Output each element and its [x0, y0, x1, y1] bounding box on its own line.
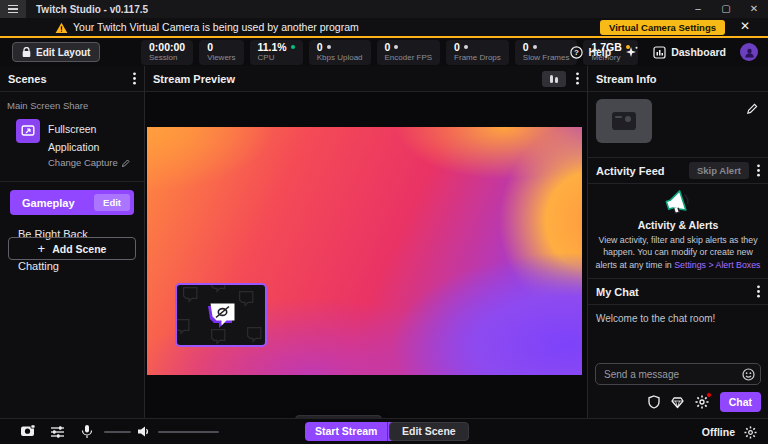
chat-input-wrap: [595, 363, 761, 385]
my-chat-title: My Chat: [596, 286, 639, 298]
stream-thumbnail[interactable]: [596, 99, 652, 143]
webcam-placeholder-overlay[interactable]: [175, 283, 267, 347]
speaker-volume-slider[interactable]: [158, 431, 219, 433]
banner-close-icon[interactable]: ✕: [740, 19, 750, 33]
status-dot-green: [291, 45, 295, 49]
edit-scene-chip[interactable]: Edit: [94, 194, 130, 211]
capture-title: Fullscreen Application: [48, 123, 99, 153]
chat-message-input[interactable]: [595, 363, 761, 385]
settings-alert-boxes-link[interactable]: Settings > Alert Boxes: [674, 260, 760, 270]
bottom-control-bar: Start Stream Edit Scene Offline: [0, 418, 768, 444]
sparkle-button[interactable]: [625, 45, 639, 59]
window-controls: – ▢ ✕: [684, 0, 768, 18]
virtual-camera-settings-button[interactable]: Virtual Camera Settings: [600, 20, 725, 35]
image-icon: [611, 111, 637, 131]
edit-stream-info-icon[interactable]: [747, 100, 758, 118]
skip-alert-button[interactable]: Skip Alert: [689, 162, 749, 179]
menu-icon[interactable]: [0, 0, 26, 18]
notification-badge: [706, 392, 712, 398]
divider: [0, 181, 144, 182]
mic-volume-slider[interactable]: [104, 431, 131, 433]
stat-encoder-fps: 0 Encoder FPS: [377, 40, 441, 65]
change-capture-link[interactable]: Change Capture: [48, 157, 136, 169]
lock-icon: [22, 47, 31, 58]
status-settings-gear-icon[interactable]: [744, 426, 757, 439]
scenes-header: Scenes: [0, 66, 144, 92]
stat-session: 0:00:00 Session: [141, 40, 193, 65]
my-chat-menu-icon[interactable]: [757, 285, 760, 298]
status-dot: [394, 45, 398, 49]
user-icon: [744, 47, 755, 58]
close-icon[interactable]: ✕: [740, 0, 768, 18]
stream-preview-image[interactable]: [147, 127, 582, 375]
chat-send-button[interactable]: Chat: [720, 392, 761, 412]
stat-slow-frames: 0 Slow Frames: [515, 40, 578, 65]
chat-settings-gear-icon[interactable]: [695, 395, 709, 409]
add-scene-button[interactable]: + Add Scene: [8, 237, 136, 260]
status-dot: [464, 45, 468, 49]
moderation-shield-icon[interactable]: [648, 395, 660, 409]
stream-preview-title: Stream Preview: [153, 73, 235, 85]
my-chat-header: My Chat: [588, 279, 768, 305]
scene-item-gameplay[interactable]: Gameplay Edit: [10, 190, 134, 215]
virtual-camera-warning-banner: Your Twitch Virtual Camera is being used…: [0, 18, 768, 38]
scenes-title: Scenes: [8, 73, 47, 85]
activity-feed-menu-icon[interactable]: [757, 164, 760, 177]
activity-feed-header: Activity Feed Skip Alert: [588, 158, 768, 184]
dashboard-icon: [653, 46, 666, 59]
screen-share-icon: [16, 119, 40, 143]
titlebar: Twitch Studio - v0.117.5 – ▢ ✕: [0, 0, 768, 18]
help-icon: ?: [570, 46, 583, 59]
camera-off-glitch-icon: [204, 300, 238, 331]
audio-levels-icon[interactable]: [542, 71, 566, 87]
activity-feed-title: Activity Feed: [596, 165, 664, 177]
status-dot: [533, 45, 537, 49]
stat-frame-drops: 0 Frame Drops: [446, 40, 509, 65]
status-dot: [327, 45, 331, 49]
window-title: Twitch Studio - v0.117.5: [36, 4, 148, 15]
preview-menu-icon[interactable]: [576, 72, 579, 85]
stream-stats: 0:00:00 Session 0 Viewers 11.1% CPU 0 Kb…: [141, 40, 638, 65]
warning-icon: [55, 22, 68, 34]
twitch-studio-window: Twitch Studio - v0.117.5 – ▢ ✕ Your Twit…: [0, 0, 768, 444]
maximize-icon[interactable]: ▢: [712, 0, 740, 18]
scene-group-label: Main Screen Share: [0, 92, 144, 117]
banner-message: Your Twitch Virtual Camera is being used…: [73, 21, 359, 33]
right-panel: Stream Info Activity Feed Skip Alert: [588, 66, 768, 418]
pencil-icon: [122, 159, 130, 167]
chat-actions: Chat: [648, 392, 761, 412]
stats-toolbar: Edit Layout 0:00:00 Session 0 Viewers 11…: [0, 38, 768, 66]
emote-picker-icon[interactable]: [742, 367, 755, 385]
stream-status: Offline: [702, 419, 757, 444]
microphone-icon[interactable]: [81, 424, 93, 443]
stream-preview-header: Stream Preview: [145, 66, 587, 92]
stream-info-header: Stream Info: [588, 66, 768, 92]
plus-icon: +: [38, 242, 46, 255]
camera-toggle-icon[interactable]: [20, 424, 36, 442]
megaphone-icon: [663, 189, 693, 216]
stream-info-body: [588, 92, 768, 158]
main-area: Scenes Main Screen Share Fullscreen Appl…: [0, 66, 768, 418]
bits-gem-icon[interactable]: [671, 396, 684, 409]
minimize-icon[interactable]: –: [684, 0, 712, 18]
capture-source-row[interactable]: Fullscreen Application Change Capture: [0, 117, 144, 181]
chat-body: Welcome to the chat room!: [588, 305, 768, 418]
edit-layout-button[interactable]: Edit Layout: [12, 42, 100, 62]
mixer-icon[interactable]: [50, 424, 65, 442]
svg-text:?: ?: [574, 48, 579, 57]
scenes-menu-icon[interactable]: [133, 72, 136, 85]
avatar[interactable]: [740, 43, 758, 61]
offline-status-label: Offline: [702, 426, 735, 438]
dashboard-button[interactable]: Dashboard: [653, 46, 726, 59]
stat-viewers: 0 Viewers: [199, 40, 243, 65]
preview-canvas: Record Video: [145, 92, 587, 418]
speaker-icon[interactable]: [137, 424, 150, 442]
stat-cpu: 11.1% CPU: [250, 40, 303, 65]
help-button[interactable]: ? Help: [570, 46, 611, 59]
sparkle-icon: [625, 45, 639, 59]
activity-alerts-description: View activity, filter and skip alerts as…: [595, 234, 761, 271]
stat-kbps-upload: 0 Kbps Upload: [309, 40, 371, 65]
stream-preview-panel: Stream Preview: [145, 66, 588, 418]
activity-feed-empty-state: Activity & Alerts View activity, filter …: [588, 184, 768, 279]
edit-scene-button[interactable]: Edit Scene: [389, 422, 469, 441]
